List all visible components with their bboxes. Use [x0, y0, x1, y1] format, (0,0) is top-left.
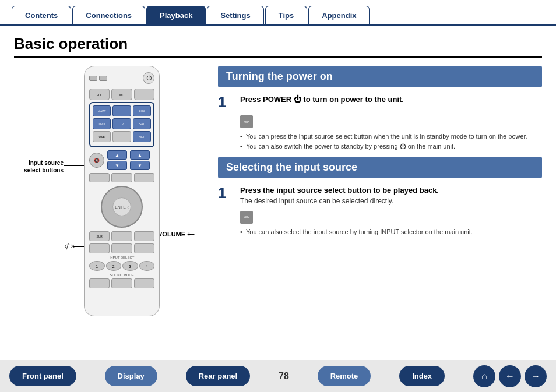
page-content: Basic operation Input source select butt…	[0, 26, 556, 316]
remote-section: Input source select buttons ⊄× VOLUME +−	[14, 66, 200, 316]
remote-src-3[interactable]: AUX	[133, 105, 151, 116]
remote-ch-down[interactable]: ▼	[130, 161, 150, 170]
remote-nav-ring[interactable]: ENTER	[101, 186, 143, 228]
note-2-item-1: You can also select the input source by …	[240, 227, 542, 237]
nav-tabs: Contents Connections Playback Settings T…	[0, 0, 556, 26]
step-1-row: 1 Press POWER ⏻ to turn on power to the …	[218, 94, 542, 110]
note-1-item-1: You can press the input source select bu…	[240, 132, 542, 142]
remote-bottom-3[interactable]	[134, 231, 154, 241]
remote-mute-button[interactable]: 🔇	[89, 153, 104, 168]
page-number: 78	[279, 371, 289, 382]
remote-ch-up[interactable]: ▲	[130, 150, 150, 160]
section-2-header: Selecting the input source	[218, 157, 542, 178]
section-selecting-input: Selecting the input source 1 Press the i…	[218, 157, 542, 237]
tab-settings[interactable]: Settings	[207, 6, 263, 24]
remote-sound-2[interactable]	[111, 278, 132, 288]
bottom-nav: Front panel Display Rear panel 78 Remote…	[0, 360, 556, 392]
home-button[interactable]: ⌂	[473, 365, 495, 387]
remote-small-btn-2[interactable]	[99, 76, 107, 81]
remote-small-3[interactable]	[134, 173, 154, 182]
note-1-box: ✏ You can press the input source select …	[240, 115, 542, 151]
remote-src-7[interactable]: USB	[93, 131, 111, 142]
display-button[interactable]: Display	[105, 366, 157, 386]
step-2-row: 1 Press the input source select button t…	[218, 185, 542, 205]
remote-bottom-4[interactable]	[89, 243, 110, 253]
input-source-label: Input source select buttons	[20, 159, 64, 174]
note-2-icon: ✏	[240, 211, 253, 224]
section-1-header: Turning the power on	[218, 66, 542, 87]
note-1-icon: ✏	[240, 115, 253, 128]
tab-contents[interactable]: Contents	[12, 6, 71, 24]
remote-power-button[interactable]: ⏻	[143, 72, 154, 84]
back-button[interactable]: ←	[499, 365, 521, 387]
remote-btn-r1c2[interactable]: MU	[111, 89, 132, 100]
remote-src-6[interactable]: SAT	[133, 118, 151, 129]
rear-panel-button[interactable]: Rear panel	[186, 366, 250, 386]
remote-source-select-area: MABT AUX DVD TV SAT USB NET	[89, 102, 154, 147]
remote-src-9[interactable]: NET	[133, 131, 151, 142]
step-1-num: 1	[218, 94, 232, 110]
tab-tips[interactable]: Tips	[265, 6, 308, 24]
remote-nav-center[interactable]: ENTER	[112, 197, 131, 216]
remote-bottom-6[interactable]	[134, 243, 154, 253]
remote-bottom-5[interactable]	[111, 243, 132, 253]
page-title: Basic operation	[14, 35, 542, 58]
pencil-2-icon: ✏	[244, 214, 249, 221]
remote-num-3[interactable]: 3	[122, 261, 138, 271]
remote-sound-3[interactable]	[134, 278, 154, 288]
note-2-list: You can also select the input source by …	[240, 227, 542, 237]
volume-label: VOLUME +−	[158, 231, 195, 238]
remote-src-4[interactable]: DVD	[93, 118, 111, 129]
front-panel-button[interactable]: Front panel	[9, 366, 76, 386]
pencil-icon: ✏	[244, 118, 249, 126]
remote-body: ⏻ VOL MU MABT AUX DVD	[84, 66, 160, 316]
remote-button[interactable]: Remote	[318, 366, 371, 386]
remote-bottom-2[interactable]	[111, 231, 132, 241]
remote-sound-1[interactable]	[89, 278, 110, 288]
section-turning-power: Turning the power on 1 Press POWER ⏻ to …	[218, 66, 542, 151]
index-button[interactable]: Index	[399, 366, 445, 386]
main-layout: Input source select buttons ⊄× VOLUME +−	[14, 66, 542, 316]
remote-num-4[interactable]: 4	[139, 261, 155, 271]
forward-button[interactable]: →	[525, 365, 547, 387]
remote-src-1[interactable]: MABT	[93, 105, 111, 116]
remote-btn-r1c3[interactable]	[134, 89, 154, 100]
remote-src-5[interactable]: TV	[112, 118, 131, 129]
remote-num-1[interactable]: 1	[89, 261, 105, 271]
remote-num-2[interactable]: 2	[106, 261, 122, 271]
content-section: Turning the power on 1 Press POWER ⏻ to …	[218, 66, 542, 316]
remote-src-8[interactable]	[112, 131, 131, 142]
step-2-num: 1	[218, 185, 232, 200]
note-1-list: You can press the input source select bu…	[240, 132, 542, 151]
tab-playback[interactable]: Playback	[146, 6, 206, 24]
tab-appendix[interactable]: Appendix	[308, 6, 370, 24]
remote-small-1[interactable]	[89, 173, 110, 182]
remote-vol-up[interactable]: ▲	[107, 150, 127, 160]
tab-connections[interactable]: Connections	[72, 6, 145, 24]
note-2-box: ✏ You can also select the input source b…	[240, 211, 542, 237]
step-2-subtext: The desired input source can be selected…	[240, 197, 439, 205]
remote-src-2[interactable]	[112, 105, 131, 116]
remote-small-2[interactable]	[111, 173, 132, 182]
remote-bottom-1[interactable]: SUR	[89, 231, 110, 241]
step-2-text: Press the input source select button to …	[240, 185, 439, 196]
bottom-icons: ⌂ ← →	[473, 365, 547, 387]
remote-small-btn-1[interactable]	[89, 76, 97, 81]
note-1-item-2: You can also switch the power to standby…	[240, 142, 542, 151]
step-1-text: Press POWER ⏻ to turn on power to the un…	[240, 94, 404, 105]
remote-vol-down[interactable]: ▼	[107, 161, 127, 170]
remote-btn-r1c1[interactable]: VOL	[89, 89, 110, 100]
